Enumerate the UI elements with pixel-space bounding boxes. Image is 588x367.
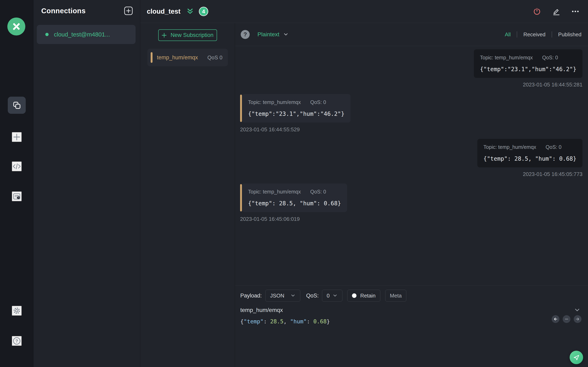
retain-dot-icon xyxy=(352,293,356,298)
filter-all[interactable]: All xyxy=(505,31,511,38)
expand-editor-chevron-icon[interactable] xyxy=(574,307,581,314)
connections-title: Connections xyxy=(41,7,86,15)
message-bubble: Topic: temp_hum/emqxQoS: 0 {"temp": 28.5… xyxy=(240,184,347,212)
message-card: Topic: temp_hum/emqxQoS: 0 {"temp": 28.5… xyxy=(477,139,582,167)
editor-token: { xyxy=(240,318,243,325)
message-topic: Topic: temp_hum/emqx xyxy=(248,189,301,194)
plus-icon xyxy=(162,33,167,38)
qos-label: QoS: xyxy=(306,292,319,299)
more-options-button[interactable] xyxy=(571,7,580,16)
connection-header: cloud_test 4 xyxy=(140,0,588,23)
topic-input-row: temp_hum/emqx xyxy=(240,305,581,315)
view-format-dropdown[interactable]: Plaintext xyxy=(258,31,289,38)
message-card: Topic: temp_hum/emqxQoS: 0 {"temp":"23.1… xyxy=(474,49,582,78)
filter-published[interactable]: Published xyxy=(558,31,581,38)
message-timestamp: 2023-01-05 16:45:06:019 xyxy=(240,216,347,222)
connections-header: Connections xyxy=(34,0,140,16)
icon-rail: ? xyxy=(0,0,34,367)
view-toolbar: ? Plaintext All Received Published xyxy=(235,23,588,46)
log-icon xyxy=(12,192,21,201)
message-timestamp: 2023-01-05 16:44:55:281 xyxy=(474,82,582,88)
qos-value: 0 xyxy=(327,292,329,299)
history-clear-button[interactable] xyxy=(563,315,571,323)
editor-token: , xyxy=(283,318,290,325)
payload-label: Payload: xyxy=(240,292,262,299)
nav-new-connection[interactable] xyxy=(12,132,22,142)
power-icon xyxy=(533,7,541,16)
nav-connections[interactable] xyxy=(8,97,26,114)
new-subscription-button[interactable]: New Subscription xyxy=(158,29,217,41)
payload-help-icon[interactable]: ? xyxy=(241,30,250,39)
minus-icon xyxy=(564,317,569,322)
message-payload: {"temp":"23.1","hum":"46.2"} xyxy=(248,110,345,117)
gear-icon xyxy=(12,306,21,315)
message-timestamp: 2023-01-05 16:45:05:773 xyxy=(477,171,582,177)
add-connection-button[interactable] xyxy=(124,6,133,16)
message-topic: Topic: temp_hum/emqx xyxy=(480,55,533,60)
double-chevron-down-icon xyxy=(186,8,194,15)
history-next-button[interactable] xyxy=(574,315,581,323)
message-card: Topic: temp_hum/emqxQoS: 0 {"temp":"23.1… xyxy=(242,94,351,123)
code-icon xyxy=(12,162,21,171)
edit-connection-button[interactable] xyxy=(552,7,561,16)
retain-toggle[interactable]: Retain xyxy=(347,290,380,301)
connections-panel: Connections cloud_test@m4801... xyxy=(34,0,140,367)
message-topic: Topic: temp_hum/emqx xyxy=(484,144,536,150)
message-qos: QoS: 0 xyxy=(545,144,562,150)
nav-settings[interactable] xyxy=(12,306,22,316)
help-icon: ? xyxy=(12,336,21,346)
ellipsis-icon xyxy=(571,7,580,16)
meta-button[interactable]: Meta xyxy=(385,290,406,301)
mqttx-app: ? Connections cloud_test@m4801... xyxy=(0,0,588,367)
collapse-connection-button[interactable] xyxy=(186,8,194,15)
qos-dropdown[interactable]: 0 xyxy=(322,290,342,301)
arrow-left-icon xyxy=(553,317,558,322)
chevron-down-icon xyxy=(332,293,338,298)
payload-format-value: JSON xyxy=(270,292,284,299)
message-received: Topic: temp_hum/emqxQoS: 0 {"temp": 28.5… xyxy=(240,184,347,222)
chevron-down-icon xyxy=(290,293,296,298)
retain-label: Retain xyxy=(360,292,375,299)
connections-icon xyxy=(12,100,22,110)
editor-token: 0.68 xyxy=(313,318,327,325)
connection-title: cloud_test xyxy=(147,8,181,15)
filter-divider xyxy=(517,31,517,38)
message-bubble: Topic: temp_hum/emqxQoS: 0 {"temp": 28.5… xyxy=(477,139,582,167)
payload-editor[interactable]: {"temp": 28.5, "hum": 0.68} xyxy=(240,318,581,325)
message-color-bar xyxy=(240,184,242,211)
message-pane: ? Plaintext All Received Published xyxy=(235,23,588,367)
editor-token: : xyxy=(264,318,270,325)
message-meta: Topic: temp_hum/emqxQoS: 0 xyxy=(248,99,345,105)
subscription-qos: QoS 0 xyxy=(208,54,223,61)
history-prev-button[interactable] xyxy=(552,315,559,323)
message-color-bar xyxy=(240,95,242,122)
message-qos: QoS: 0 xyxy=(310,189,326,194)
nav-script[interactable] xyxy=(12,161,22,171)
connection-item[interactable]: cloud_test@m4801... xyxy=(37,25,136,44)
subscriptions-column: New Subscription temp_hum/emqx QoS 0 xyxy=(140,23,235,367)
main-area: cloud_test 4 xyxy=(140,0,588,367)
message-filters: All Received Published xyxy=(505,31,581,38)
plus-icon xyxy=(12,132,21,142)
editor-token: : xyxy=(307,318,313,325)
message-bubble: Topic: temp_hum/emqxQoS: 0 {"temp":"23.1… xyxy=(474,49,582,78)
message-timestamp: 2023-01-05 16:44:55:529 xyxy=(240,126,351,133)
svg-text:?: ? xyxy=(15,338,18,343)
filter-received[interactable]: Received xyxy=(523,31,545,38)
message-payload: {"temp": 28.5, "hum": 0.68} xyxy=(248,200,341,207)
subscription-item[interactable]: temp_hum/emqx QoS 0 xyxy=(147,49,228,66)
chevron-down-icon xyxy=(283,32,289,37)
send-button[interactable] xyxy=(570,351,583,364)
editor-token: "hum" xyxy=(290,318,307,325)
payload-format-dropdown[interactable]: JSON xyxy=(265,290,300,301)
message-qos: QoS: 0 xyxy=(542,55,558,60)
message-payload: {"temp": 28.5, "hum": 0.68} xyxy=(484,155,576,162)
subscription-topic: temp_hum/emqx xyxy=(157,54,198,61)
nav-log[interactable] xyxy=(12,192,22,201)
nav-help[interactable]: ? xyxy=(12,336,22,346)
message-meta: Topic: temp_hum/emqxQoS: 0 xyxy=(484,144,576,150)
pencil-icon xyxy=(552,7,561,16)
subscription-color-bar xyxy=(151,52,153,63)
disconnect-button[interactable] xyxy=(532,7,541,16)
topic-input[interactable]: temp_hum/emqx xyxy=(240,307,574,313)
